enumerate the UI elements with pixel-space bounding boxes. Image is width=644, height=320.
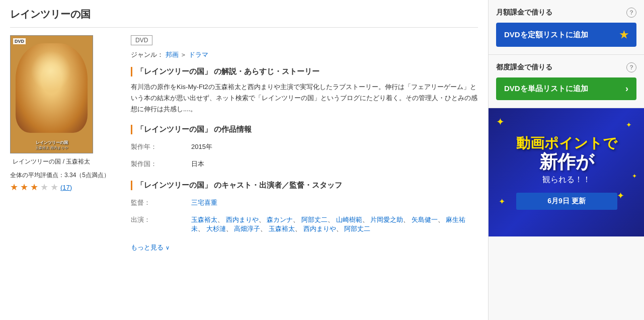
add-monthly-button[interactable]: DVDを定額リストに追加 ★ xyxy=(496,23,636,47)
description-text: 有川浩の原作をKis-My-Ft2の玉森裕太と西内まりや主演で実写化したラブスト… xyxy=(131,82,478,115)
info-section-title: 「レインツリーの国」 の作品情報 xyxy=(131,125,478,134)
more-link[interactable]: もっと見る ∨ xyxy=(131,243,170,252)
director-value: 三宅喜重 xyxy=(191,196,478,209)
arrow-right-icon: › xyxy=(625,84,628,94)
sparkle-icon-2: ✦ xyxy=(626,121,632,129)
sidebar: 月額課金で借りる ？ DVDを定額リストに追加 ★ 都度課金で借りる ？ DVD… xyxy=(488,0,644,320)
pay-per-title-row: 都度課金で借りる ？ xyxy=(496,62,636,72)
pay-per-section: 都度課金で借りる ？ DVDを単品リストに追加 › xyxy=(489,55,644,108)
description-section-title: 「レインツリーの国」 の解説・あらすじ・ストーリー xyxy=(131,67,478,76)
year-value: 2015年 xyxy=(191,140,478,153)
star-icon: ★ xyxy=(619,29,628,41)
star-5: ★ xyxy=(50,182,58,193)
cast-link-9[interactable]: 大杉漣 xyxy=(206,225,226,232)
genre-parent-link[interactable]: 邦画 xyxy=(166,51,179,58)
cast-label: 出演： xyxy=(131,213,191,235)
ad-line2: 新作が xyxy=(516,152,617,172)
ad-line1: 動画ポイントで xyxy=(516,135,617,152)
country-label: 製作国： xyxy=(131,157,191,171)
sparkle-icon-1: ✦ xyxy=(496,116,505,128)
dvd-tag: DVD xyxy=(131,35,152,45)
cover-caption: レインツリーの国 / 玉森裕太 xyxy=(10,157,93,166)
director-link[interactable]: 三宅喜重 xyxy=(191,199,217,206)
dvd-cover-image: レインツリーの国 玉森裕太 西内まりや xyxy=(10,35,93,153)
add-single-button[interactable]: DVDを単品リストに追加 › xyxy=(496,77,636,100)
description-section: 「レインツリーの国」 の解説・あらすじ・ストーリー 有川浩の原作をKis-My-… xyxy=(131,67,478,115)
country-value: 日本 xyxy=(191,157,478,171)
monthly-title-row: 月額課金で借りる ？ xyxy=(496,8,636,18)
cast-link-11[interactable]: 玉森裕太 xyxy=(269,225,295,232)
monthly-help-icon[interactable]: ？ xyxy=(626,8,636,18)
sparkle-icon-5: ✦ xyxy=(617,190,624,201)
rating-section: 全体の平均評価点：3.34（5点満点） ★ ★ ★ ★ ★ (17) xyxy=(10,171,121,193)
page-title: レインツリーの国 xyxy=(10,8,478,28)
cast-link-12[interactable]: 西内まりや xyxy=(303,225,336,232)
genre-separator: ＞ xyxy=(180,51,189,58)
cover-bottom-text: レインツリーの国 玉森裕太 西内まりや xyxy=(11,140,93,150)
main-content: レインツリーの国 レインツリーの国 玉森裕太 西内まりや レインツリーの国 / … xyxy=(0,0,488,320)
sparkle-icon-4: ✦ xyxy=(632,173,637,180)
cast-link-3[interactable]: 森カンナ xyxy=(267,216,293,223)
stars-container: ★ ★ ★ ★ ★ (17) xyxy=(10,182,121,193)
cast-link-1[interactable]: 玉森裕太 xyxy=(191,216,217,223)
cast-section-title: 「レインツリーの国」 のキャスト・出演者／監督・スタッフ xyxy=(131,181,478,190)
ad-content: 動画ポイントで 新作が 観られる！！ 6月9日 更新 xyxy=(516,135,617,209)
star-2: ★ xyxy=(20,182,28,193)
rating-label: 全体の平均評価点：3.34（5点満点） xyxy=(10,171,121,180)
ad-line3: 観られる！！ xyxy=(516,175,617,185)
genre-line: ジャンル： 邦画 ＞ ドラマ xyxy=(131,50,478,59)
director-label: 監督： xyxy=(131,196,191,209)
cover-sub-text: 玉森裕太 西内まりや xyxy=(11,145,93,150)
monthly-title: 月額課金で借りる xyxy=(496,8,552,17)
star-1: ★ xyxy=(10,182,18,193)
chevron-down-icon: ∨ xyxy=(166,245,170,251)
right-column: DVD ジャンル： 邦画 ＞ ドラマ 「レインツリーの国」 の解説・あらすじ・ス… xyxy=(131,35,478,252)
cover-glow xyxy=(31,51,71,91)
cast-link-13[interactable]: 阿部丈二 xyxy=(344,225,370,232)
content-area: レインツリーの国 玉森裕太 西内まりや レインツリーの国 / 玉森裕太 全体の平… xyxy=(10,35,478,252)
genre-prefix: ジャンル： xyxy=(131,51,164,58)
star-4: ★ xyxy=(40,182,48,193)
review-count[interactable]: (17) xyxy=(60,184,72,191)
info-section: 「レインツリーの国」 の作品情報 製作年： 2015年 製作国： 日本 xyxy=(131,125,478,171)
year-label: 製作年： xyxy=(131,140,191,153)
pay-per-title: 都度課金で借りる xyxy=(496,63,552,72)
more-label: もっと見る xyxy=(131,243,164,252)
pay-per-help-icon[interactable]: ？ xyxy=(626,62,636,72)
ad-banner[interactable]: ✦ ✦ ✦ ✦ ✦ 動画ポイントで 新作が 観られる！！ 6月9日 更新 xyxy=(489,108,644,236)
add-single-label: DVDを単品リストに追加 xyxy=(504,84,588,94)
left-column: レインツリーの国 玉森裕太 西内まりや レインツリーの国 / 玉森裕太 全体の平… xyxy=(10,35,121,252)
genre-child-link[interactable]: ドラマ xyxy=(189,51,208,58)
star-3: ★ xyxy=(30,182,38,193)
info-table: 製作年： 2015年 製作国： 日本 xyxy=(131,140,478,171)
cast-value: 玉森裕太、 西内まりや、 森カンナ、 阿部丈二、 山崎樹範、 片岡愛之助、 矢島… xyxy=(191,213,478,235)
add-monthly-label: DVDを定額リストに追加 xyxy=(504,30,588,40)
cast-grid: 監督： 三宅喜重 出演： 玉森裕太、 西内まりや、 森カンナ、 阿部丈二、 山崎… xyxy=(131,196,478,235)
cast-link-2[interactable]: 西内まりや xyxy=(226,216,259,223)
sparkle-icon-3: ✦ xyxy=(499,197,505,206)
cast-link-4[interactable]: 阿部丈二 xyxy=(301,216,328,223)
cast-link-10[interactable]: 高畑淳子 xyxy=(234,225,260,232)
cast-section: 「レインツリーの国」 のキャスト・出演者／監督・スタッフ 監督： 三宅喜重 出演… xyxy=(131,181,478,235)
cast-link-7[interactable]: 矢島健一 xyxy=(412,216,438,223)
cast-link-6[interactable]: 片岡愛之助 xyxy=(370,216,403,223)
monthly-section: 月額課金で借りる ？ DVDを定額リストに追加 ★ xyxy=(489,0,644,55)
ad-date: 6月9日 更新 xyxy=(516,193,617,210)
cover-title-text: レインツリーの国 xyxy=(11,140,93,145)
cast-link-5[interactable]: 山崎樹範 xyxy=(336,216,362,223)
